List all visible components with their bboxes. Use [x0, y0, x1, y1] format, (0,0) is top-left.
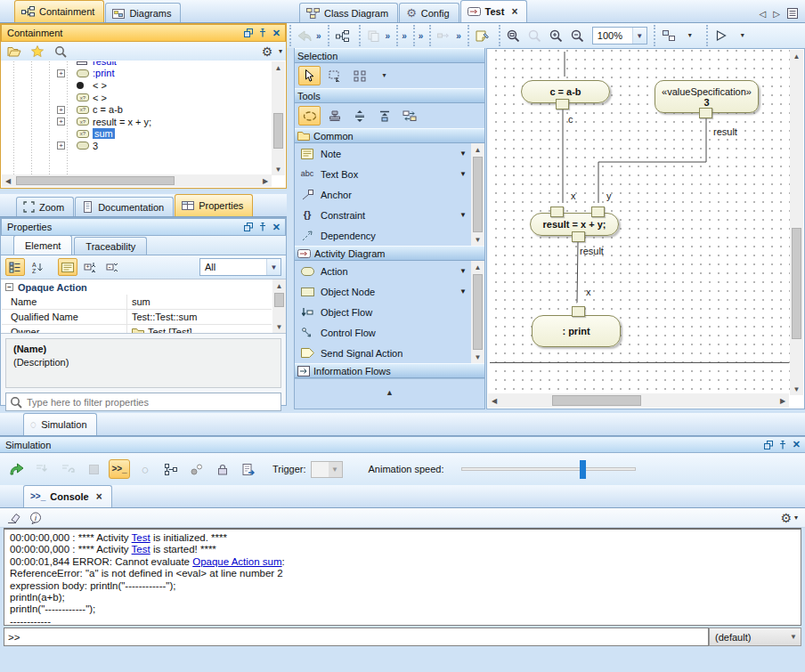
select-cursor-icon[interactable] [298, 66, 321, 85]
palette-item-text-box[interactable]: abcText Box▼ [295, 164, 484, 184]
palette-section-common[interactable]: Common [295, 128, 484, 143]
palette-scroll-up-button[interactable]: ▲ [295, 378, 484, 405]
containment-tree-hscroll[interactable]: ◀ ▶ [2, 174, 272, 187]
containment-tree[interactable]: result+:print< >x?< >+x?c = a-b+x?result… [2, 61, 272, 175]
palette-item-control-flow[interactable]: Control Flow [295, 322, 484, 343]
properties-table[interactable]: −Opaque ActionNamesumQualified NameTest:… [2, 279, 272, 333]
activity-edge[interactable] [598, 118, 706, 203]
activity-pin[interactable] [572, 231, 585, 242]
tab-properties[interactable]: Properties [175, 194, 253, 216]
close-tab-icon[interactable]: × [511, 5, 517, 18]
previous-diagram-tab-icon[interactable]: ◁ [760, 9, 767, 19]
close-panel-icon[interactable]: ✕ [272, 28, 281, 38]
properties-filter-dropdown[interactable]: All ▼ [199, 258, 281, 276]
distribute-icon[interactable] [348, 106, 370, 125]
overflow-icon[interactable]: » [316, 30, 321, 41]
properties-filter-input[interactable] [27, 397, 277, 408]
tab-simulation[interactable]: ◌ Simulation [23, 413, 97, 435]
tab-documentation[interactable]: Documentation [75, 197, 174, 216]
overflow-icon[interactable]: » [386, 30, 391, 41]
settings-icon[interactable]: ⚙ [257, 43, 277, 61]
close-panel-icon[interactable]: ✕ [793, 440, 801, 449]
property-row[interactable]: Namesum [2, 295, 272, 310]
zoom-in-icon[interactable] [547, 27, 566, 45]
diagram-tab-list-icon[interactable] [787, 8, 798, 19]
overflow-icon[interactable]: » [419, 30, 424, 41]
dropdown-arrow-icon[interactable]: ▾ [373, 66, 395, 85]
dropdown-arrow-icon[interactable]: ▼ [459, 287, 467, 296]
favorites-icon[interactable] [28, 43, 47, 61]
palette-section-selection[interactable]: Selection [295, 48, 484, 63]
run-icon[interactable] [5, 459, 27, 479]
tab-element[interactable]: Element [13, 235, 72, 255]
clear-console-icon[interactable] [7, 512, 20, 523]
tab-zoom[interactable]: Zoom [16, 197, 74, 216]
properties-table-vscroll[interactable]: ▲ ▼ [272, 279, 286, 333]
zoom-fit-icon[interactable] [504, 27, 524, 45]
dropdown-arrow-icon[interactable]: ▼ [459, 211, 467, 219]
tree-item[interactable]: < > [2, 79, 272, 92]
palette-item-dependency[interactable]: Dependency [295, 225, 484, 246]
console-input[interactable]: >> [4, 627, 709, 646]
property-row[interactable]: Qualified NameTest::Test::sum [2, 310, 272, 325]
tree-expander-icon[interactable]: + [57, 142, 65, 150]
dropdown-arrow-icon[interactable]: ▾ [733, 27, 752, 45]
canvas-vscroll[interactable]: ▲ ▼ [790, 50, 803, 395]
categorized-view-icon[interactable] [5, 258, 25, 276]
property-group-header[interactable]: −Opaque Action [2, 279, 272, 295]
diagram-node-print[interactable]: : print [532, 315, 621, 347]
diagram-canvas[interactable]: c = a-b«valueSpecification»3result = x +… [486, 48, 805, 409]
palette-section-information-flows[interactable]: Information Flows [295, 363, 484, 378]
overflow-icon[interactable]: » [402, 30, 407, 41]
zoom-out-icon[interactable] [568, 27, 588, 45]
containment-tree-icon[interactable] [333, 27, 353, 45]
console-log-link[interactable]: Test [132, 532, 150, 543]
tree-expander-icon[interactable]: + [57, 106, 65, 114]
palette-item-constraint[interactable]: {}Constraint▼ [295, 205, 484, 225]
tab-console[interactable]: >>_ Console × [23, 485, 112, 507]
palette-item-object-flow[interactable]: Object Flow [295, 302, 484, 322]
animation-speed-slider-thumb[interactable] [580, 460, 586, 479]
expand-all-icon[interactable]: + [80, 258, 100, 276]
layout-icon[interactable] [659, 27, 679, 45]
canvas-hscroll[interactable]: ◀ ▶ [488, 393, 789, 408]
float-panel-icon[interactable] [244, 28, 253, 37]
breakpoints-icon[interactable] [186, 459, 207, 479]
open-project-icon[interactable] [4, 43, 24, 61]
multi-select-icon[interactable] [348, 66, 370, 85]
align-icon[interactable] [373, 106, 395, 125]
show-description-icon[interactable] [58, 258, 77, 276]
palette-section-activity-diagram[interactable]: Activity Diagram [295, 246, 484, 261]
palette-section-vscroll[interactable]: ▲▼ [471, 261, 484, 363]
export-icon[interactable] [238, 459, 259, 479]
tab-traceability[interactable]: Traceability [74, 237, 147, 255]
settings-dropdown-arrow-icon[interactable]: ▾ [279, 47, 282, 55]
activity-pin[interactable] [572, 306, 585, 317]
close-panel-icon[interactable]: ✕ [272, 223, 281, 232]
tree-item[interactable]: +x?result = x + y; [2, 116, 272, 128]
diagram-canvas-surface[interactable]: c = a-b«valueSpecification»3result = x +… [488, 50, 791, 395]
palette-item-object-node[interactable]: Object Node▼ [295, 281, 484, 302]
float-panel-icon[interactable] [244, 223, 253, 231]
tree-item[interactable]: +x?c = a-b [2, 103, 272, 116]
execute-icon[interactable] [711, 27, 731, 45]
console-log-link[interactable]: Test [132, 544, 150, 555]
palette-item-note[interactable]: Note▼ [295, 143, 484, 164]
tab-containment[interactable]: Containment [14, 0, 104, 22]
palette-item-send-signal-action[interactable]: Send Signal Action [295, 343, 484, 363]
tab-diagrams[interactable]: Diagrams [105, 3, 181, 22]
dropdown-arrow-icon[interactable]: ▼ [459, 170, 467, 178]
console-log[interactable]: 00:00:00,000 : **** Activity Test is ini… [4, 528, 801, 626]
tab-test[interactable]: Test× [460, 0, 528, 22]
palette-item-action[interactable]: Action▼ [295, 261, 484, 281]
tab-class-diagram[interactable]: Class Diagram [299, 3, 398, 22]
palette-section-vscroll[interactable]: ▲▼ [471, 143, 484, 246]
palette-section-tools[interactable]: Tools [295, 88, 484, 103]
dropdown-arrow-icon[interactable]: ▾ [680, 27, 700, 45]
tree-expander-icon[interactable]: + [57, 69, 65, 77]
tree-item[interactable]: x?< > [2, 92, 272, 104]
overflow-icon[interactable]: » [456, 30, 461, 41]
property-value[interactable]: Test [Test] [126, 325, 272, 333]
animation-speed-slider[interactable] [461, 467, 636, 471]
tree-item[interactable]: result [2, 61, 272, 68]
